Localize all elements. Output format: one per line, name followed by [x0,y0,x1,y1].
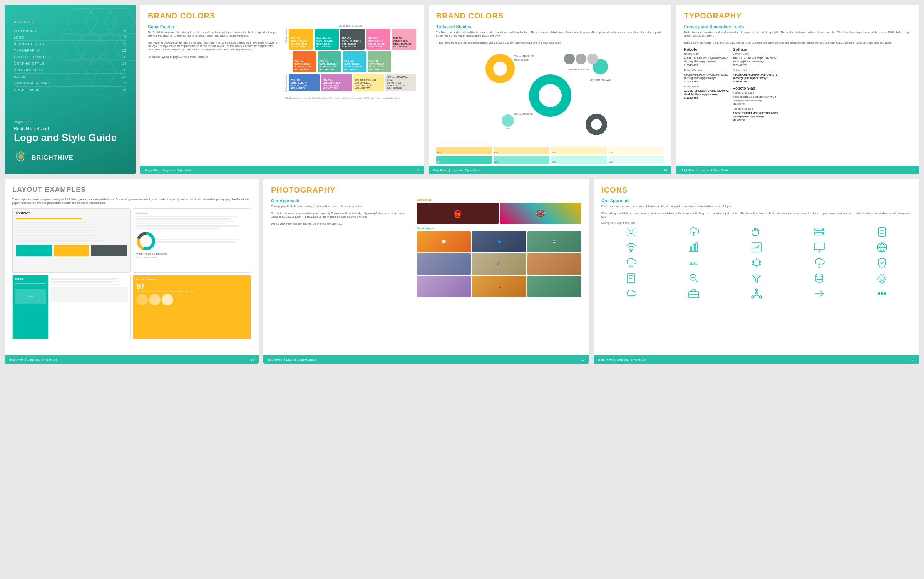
footer-brand-2: BrightHive | Logo and Style Guide [433,168,481,172]
roboto-light-label: Roboto Light [684,52,728,55]
swatch-pms1767: PMS 1767CMYK: 0,28,0,0RGB: 204,174,192HE… [366,29,390,50]
fonts-section-title: Primary and Secondary Fonts [684,24,912,29]
svg-point-62 [884,293,886,295]
icons-section-title: Our Approach [601,198,912,203]
svg-point-42 [822,233,824,234]
panel-footer-icons: BrightHive | Logo and Style Guide 17 [594,355,919,364]
swatch-40tint: 40% tint of PMS Warm Gray 1CMYK: 5,4,5,0… [385,74,416,91]
gotham-bold-sample: ABCDEFGHIJKLMNOPQRSTUVWXYZabcdefghijklmn… [733,73,778,83]
svg-rect-52 [754,260,759,265]
icon-server-2 [601,272,661,284]
svg-marker-5 [95,34,126,60]
icon-bar-chart [664,241,724,253]
tint-swatches: 75% 50% 25% 10% 75% 50% 25% 10% [436,147,664,164]
svg-rect-49 [814,243,824,250]
footer-page-photo: 15 [581,358,584,361]
icons-panel: ICONS Our Approach For the most part, we… [594,179,919,364]
icon-monitor [789,241,849,253]
brand-colors-panel-1: BRAND COLORS Color Palette The BrightHiv… [140,5,424,174]
icons-grid: SSL [601,226,912,300]
svg-marker-6 [114,34,136,60]
icon-cloud-3 [601,287,661,300]
gotham-bold-label: Gotham Bold [733,69,778,72]
footer-page-1: 9 [417,168,419,172]
icon-cloud-down [601,257,661,269]
icon-gear [601,226,661,238]
brighthive-logo-icon [14,151,28,165]
tints-desc: The BrightHive anchor colors utilize tin… [436,30,664,44]
footer-page-icons: 17 [911,358,915,361]
svg-text:PMS: PMS [497,65,503,67]
icons-heading: ICONS [601,186,912,195]
tints-title: Tints and Shades [436,24,664,29]
typography-panel: TYPOGRAPHY Primary and Secondary Fonts B… [676,5,919,174]
gotham-light-sample: ABCDEFGHIJKLMNOPQRSTUVWXYZabcdefghijklmn… [733,56,778,67]
swatch-pms7431: PMS 7431CMYK: 18,40,16,0RGB: 203,155,187… [321,74,352,91]
svg-point-38 [629,230,633,234]
svg-rect-45 [690,247,692,251]
svg-point-41 [822,229,824,230]
brand-colors-heading-2: BRAND COLORS [436,12,664,20]
cover-title: Logo and Style Guide [14,132,126,143]
footer-brand-photo: BrightHive | Logo and Style Guide [268,358,316,361]
svg-rect-47 [696,243,697,251]
svg-marker-2 [105,8,136,35]
roboto-bold-sample: ABCDEFGHIJKLMNOPQRSTUVWXYZabcdefghijklmn… [684,89,728,99]
roboto-bold-label: Roboto Bold [684,85,728,88]
panel-footer-photo: BrightHive | Logo and Style Guide 15 [263,355,589,364]
icon-database-2 [789,272,849,284]
svg-marker-8 [85,59,116,86]
icon-analytics [727,241,787,253]
svg-text:SSL: SSL [689,261,698,266]
svg-point-29 [576,54,586,64]
cover-logo-text: BRIGHTHIVE [32,154,74,161]
svg-text:PMS: PMS [594,121,599,123]
svg-rect-53 [627,274,635,283]
svg-point-43 [878,227,886,230]
svg-marker-1 [85,8,116,35]
panel-footer-3: BrightHive | Logo and Style Guide 11 [676,166,919,174]
svg-rect-56 [689,292,699,298]
icon-server-stack [789,226,849,238]
svg-text:BrightHive: BrightHive [542,90,558,94]
footer-brand-icons: BrightHive | Logo and Style Guide [598,358,646,361]
svg-point-26 [502,114,514,127]
roboto-slab-bold-label: Roboto Slab Bold [733,107,778,110]
icon-dots [852,287,912,300]
swatch-pms305: PMS 305CMYK: 68,8,0,0RGB: 144,200,222HEX… [343,51,366,72]
swatch-teal: BrightHive TealCMYK: 74,0,44,0RGB: 0,191… [315,29,339,50]
icon-briefcase [664,287,724,300]
color-palette-desc: The BrightHive colors are the primary to… [148,30,279,59]
icon-globe [852,241,912,253]
swatch-pms710b: PMS 710CMYK: 0,60,94,0RGB: 243,112,33HEX… [293,51,316,72]
svg-text:75% tint of PMS 1235: 75% tint of PMS 1235 [590,79,610,81]
primary-label: Primary colors [285,29,287,47]
footer-page-2: 10 [664,168,667,172]
gotham-name: Gotham [733,47,778,52]
svg-point-44 [631,251,632,252]
cover-bottom: August 2020 BrightHive Brand Logo and St… [5,114,136,174]
svg-text:40% tint of PMS 425: 40% tint of PMS 425 [514,113,533,115]
svg-text:50%: 50% [506,127,510,129]
swatch-pms1235: PMS 1235CMYK: 0,32,91,0RGB: 255,187,29HE… [289,29,313,50]
icon-search-data [664,272,724,284]
roboto-slab-name: Roboto Slab [733,86,778,91]
svg-point-61 [881,293,883,295]
roboto-slab-bold-sample: ABCDEFGHIJKLMNOPQRSTUVWXYZabcdefghijklmn… [733,111,778,122]
swatch-pms570: PMS 570CMYK: 66,22,51,4RGB: 84,160,136HE… [318,51,341,72]
secondary-label: Secondary colors [285,74,287,95]
panel-footer-layout: BrightHive | Logo and Style Guide 13 [5,355,259,364]
roboto-light-sample: ABCDEFGHIJKLMNOPQRSTUVWXYZabcdefghijklmn… [684,56,728,67]
fonts-desc: BrightHive communications in all media s… [684,30,912,44]
gotham-light-label: Gotham Light [733,52,778,55]
cover-date: August 2020 [14,120,126,124]
svg-point-57 [755,289,758,291]
photography-panel: PHOTOGRAPHY Our Approach Photography sho… [263,179,589,364]
swatch-pms7688: PMS 7688CMYK: 73,39,4,0RGB: 73,130,189HE… [289,74,320,91]
svg-point-60 [878,293,880,295]
bad-photos-label: Bad photos [417,198,581,201]
brand-colors-heading-1: BRAND COLORS [148,12,416,20]
svg-marker-3 [59,34,87,60]
svg-point-55 [816,274,823,277]
swatch-pms425: PMS 425CMYK: 46,34,33,19RGB: 78,87,90HEX… [340,29,365,50]
